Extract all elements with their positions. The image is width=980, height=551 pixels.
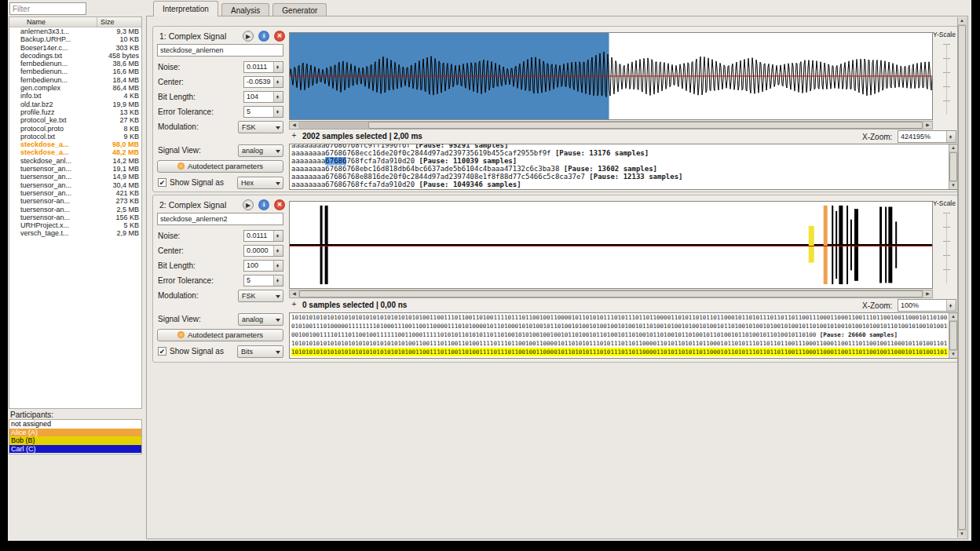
- protocol-line[interactable]: aaaaaaaa67686768fcfa7da910d20 [Pause: 10…: [291, 181, 948, 188]
- signal1-text-scrollbar[interactable]: ▲ ▼: [949, 144, 957, 189]
- file-row[interactable]: anlernen3x3.t...9,3 MB: [9, 27, 141, 35]
- spinbox-arrows-icon[interactable]: [273, 276, 283, 286]
- scroll-down-icon[interactable]: ▼: [958, 531, 966, 538]
- spinbox-arrows-icon[interactable]: [273, 92, 283, 102]
- participant-row[interactable]: Bob (B): [9, 436, 141, 445]
- file-row[interactable]: old.tar.bz219,9 MB: [9, 100, 141, 108]
- main-v-scrollbar[interactable]: ▲ ▼: [957, 17, 967, 538]
- file-row[interactable]: fernbedienun...16,6 MB: [9, 68, 141, 75]
- bit-length-spinbox[interactable]: 104: [243, 91, 283, 103]
- file-row[interactable]: info.txt4 KB: [9, 92, 141, 100]
- spinbox-arrows-icon[interactable]: [273, 231, 283, 241]
- noise-spinbox[interactable]: 0.0111: [243, 230, 283, 242]
- file-row[interactable]: Boeser14er.c...303 KB: [9, 44, 141, 52]
- show-signal-as-checkbox[interactable]: ✔: [158, 347, 166, 356]
- file-row[interactable]: steckdose_a...48,2 MB: [9, 148, 141, 156]
- spinbox-arrows-icon[interactable]: [273, 261, 283, 271]
- modulation-combobox[interactable]: FSK: [238, 121, 283, 133]
- file-row[interactable]: tuersensor_an...14,9 MB: [9, 173, 141, 181]
- protocol-line[interactable]: aaaaaaaa67686768e8816de20f0c2844d97ad239…: [291, 173, 948, 181]
- filter-input[interactable]: [9, 2, 86, 15]
- spinbox-arrows-icon[interactable]: [946, 300, 956, 311]
- scroll-right-icon[interactable]: ▶: [923, 290, 932, 297]
- file-row[interactable]: tuersensor_an...19,1 MB: [9, 165, 141, 173]
- close-button[interactable]: ✕: [274, 199, 285, 210]
- file-row[interactable]: Backup.URHP...10 KB: [9, 35, 141, 43]
- signal1-h-scrollbar[interactable]: ◀ ▶: [289, 121, 933, 130]
- play-button[interactable]: ▶: [243, 199, 254, 210]
- column-header-size[interactable]: Size: [97, 17, 141, 27]
- protocol-line[interactable]: 0101001110100000111111110100011100110011…: [291, 322, 948, 330]
- info-button[interactable]: i: [258, 31, 269, 42]
- protocol-line[interactable]: aaaaaaaa67686768fcfa7da910d20 [Pause: 11…: [291, 157, 948, 165]
- scrollbar-handle[interactable]: [949, 152, 957, 181]
- file-row[interactable]: profile.fuzz13 KB: [9, 108, 141, 116]
- participant-row[interactable]: Carl (C): [9, 445, 141, 454]
- spinbox-arrows-icon[interactable]: [946, 131, 956, 142]
- file-row[interactable]: protocol.proto8 KB: [9, 125, 141, 133]
- close-button[interactable]: ✕: [274, 31, 285, 42]
- scrollbar-handle[interactable]: [949, 321, 957, 350]
- tab-interpretation[interactable]: Interpretation: [153, 1, 218, 16]
- scrollbar-handle[interactable]: [299, 290, 923, 297]
- display-format-combobox[interactable]: Bits: [237, 345, 283, 358]
- file-row[interactable]: protocol.txt9 KB: [9, 133, 141, 140]
- display-format-combobox[interactable]: Hex: [237, 177, 283, 189]
- info-button[interactable]: i: [258, 199, 269, 210]
- protocol-line[interactable]: aaaaaaaa67686768ebc16d818db64bc6637ade5b…: [291, 165, 948, 173]
- scroll-up-icon[interactable]: ▲: [958, 17, 966, 24]
- file-row[interactable]: tuersensor-an...273 KB: [9, 197, 141, 205]
- y-scale-slider[interactable]: [943, 44, 950, 115]
- file-row[interactable]: fernbedienun...38,6 MB: [9, 60, 141, 68]
- autodetect-parameters-button[interactable]: Autodetect parameters: [157, 160, 283, 173]
- file-row[interactable]: steckdose_a...98,0 MB: [9, 140, 141, 148]
- zoom-in-button[interactable]: +: [290, 132, 298, 140]
- spinbox-arrows-icon[interactable]: [273, 246, 283, 256]
- signal1-protocol-area[interactable]: aaaaaaaa67686768fc9ff1996f6f [Pause: 952…: [289, 144, 958, 190]
- file-row[interactable]: URHProject.x...5 KB: [9, 221, 141, 229]
- file-row[interactable]: tuersensor_an...421 KB: [9, 189, 141, 197]
- participant-row[interactable]: Alice (A): [9, 429, 141, 437]
- scroll-left-icon[interactable]: ◀: [290, 290, 298, 297]
- protocol-line[interactable]: 1010101010101010101010101010101010011001…: [291, 339, 948, 348]
- protocol-line[interactable]: 1010101010101010101010101010101010011001…: [291, 348, 948, 356]
- x-zoom-spinbox[interactable]: 100%: [898, 299, 956, 312]
- file-row[interactable]: gen.complex86,4 MB: [9, 84, 141, 92]
- protocol-line[interactable]: 1010101010101010101010101010101010101001…: [291, 313, 948, 322]
- signal2-name-input[interactable]: steckdose_anlernen2: [157, 213, 283, 225]
- column-header-name[interactable]: Name: [9, 17, 97, 27]
- signal2-protocol-area[interactable]: 1010101010101010101010101010101010101001…: [289, 312, 958, 359]
- play-button[interactable]: ▶: [243, 31, 254, 42]
- bit-length-spinbox[interactable]: 100: [243, 260, 283, 272]
- scrollbar-handle[interactable]: [958, 25, 966, 530]
- y-scale-slider[interactable]: [943, 213, 950, 283]
- signal1-waveform-plot[interactable]: [289, 32, 933, 120]
- file-row[interactable]: tuersensor-an...2,5 MB: [9, 206, 141, 213]
- scroll-right-icon[interactable]: ▶: [923, 122, 932, 129]
- scroll-down-icon[interactable]: ▼: [949, 182, 957, 189]
- error-tolerance-spinbox[interactable]: 5: [243, 275, 283, 286]
- file-row[interactable]: tuersensor-an...156 KB: [9, 213, 141, 221]
- file-row[interactable]: decodings.txt458 bytes: [9, 52, 141, 60]
- file-row[interactable]: versch_tage.t...2,9 MB: [9, 229, 141, 237]
- signal2-text-scrollbar[interactable]: ▲ ▼: [949, 313, 957, 358]
- error-tolerance-spinbox[interactable]: 5: [243, 106, 283, 118]
- noise-spinbox[interactable]: 0.0111: [243, 61, 283, 73]
- autodetect-parameters-button[interactable]: Autodetect parameters: [157, 329, 283, 341]
- scroll-left-icon[interactable]: ◀: [290, 122, 298, 129]
- zoom-in-button[interactable]: +: [290, 301, 298, 309]
- x-zoom-spinbox[interactable]: 424195%: [898, 130, 956, 143]
- participant-row[interactable]: not assigned: [9, 420, 141, 429]
- scroll-up-icon[interactable]: ▲: [949, 144, 957, 151]
- protocol-line[interactable]: aaaaaaaa67686768fc9ff1996f6f [Pause: 952…: [291, 144, 948, 149]
- signal2-waveform-plot[interactable]: [289, 201, 933, 289]
- modulation-combobox[interactable]: FSK: [238, 290, 283, 302]
- scroll-up-icon[interactable]: ▲: [949, 313, 957, 320]
- spinbox-arrows-icon[interactable]: [273, 62, 283, 72]
- scroll-down-icon[interactable]: ▼: [949, 351, 957, 358]
- protocol-line[interactable]: 0010010011110111011001001111110011000111…: [291, 330, 948, 339]
- show-signal-as-checkbox[interactable]: ✔: [158, 178, 166, 187]
- center-spinbox[interactable]: -0.0539: [243, 76, 283, 88]
- spinbox-arrows-icon[interactable]: [273, 107, 283, 117]
- file-row[interactable]: steckdose_anl...14,2 MB: [9, 157, 141, 165]
